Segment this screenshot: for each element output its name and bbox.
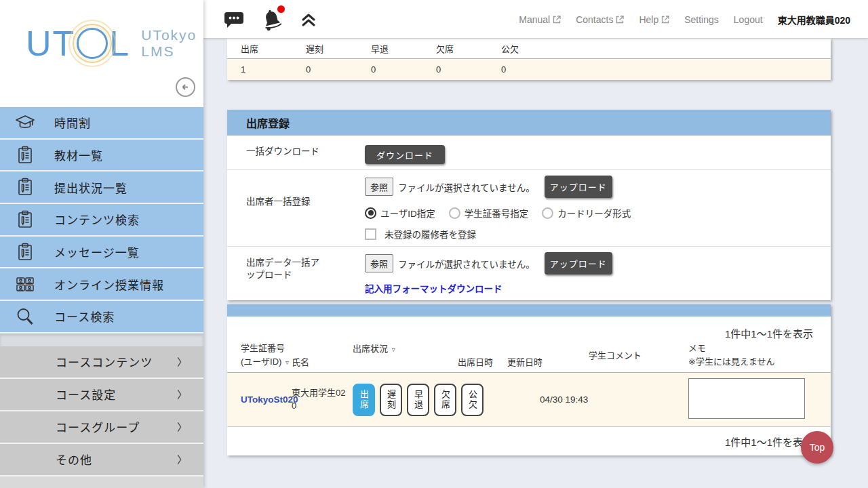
col-update-time: 更新日時 xyxy=(507,342,589,368)
sidebar-item-submissions[interactable]: 提出状況一覧 xyxy=(0,171,203,204)
sidebar-item-label: 提出状況一覧 xyxy=(54,179,127,196)
summary-val-late: 0 xyxy=(292,64,357,75)
chevron-right-icon: 〉 xyxy=(177,354,187,369)
topbar: Manual Contacts Help Settings Logout 東大用… xyxy=(203,0,868,39)
utol-logo: UT L UTokyo LMS xyxy=(26,26,197,61)
status-button-present[interactable]: 出席 xyxy=(353,384,375,416)
status-button-late[interactable]: 遅刻 xyxy=(380,384,402,416)
radio-card-reader-format[interactable] xyxy=(542,207,553,219)
sidebar-item-label: 時間割 xyxy=(54,114,91,131)
chevron-right-icon: 〉 xyxy=(177,387,187,401)
clipboard-icon xyxy=(14,208,37,231)
checkbox-register-unregistered[interactable] xyxy=(365,228,376,240)
summary-value-row: 1 0 0 0 0 xyxy=(227,59,831,80)
attendance-summary-table: 出席 遅刻 早退 欠席 公欠 1 0 0 0 0 xyxy=(227,39,831,80)
col-name: 氏名 xyxy=(292,342,353,368)
summary-col-early-leave: 早退 xyxy=(357,42,422,55)
students-attendance-panel: 1件中1〜1件を表示 学生証番号 (ユーザID) ▿ 氏名 出席状況 ▿ 出席日… xyxy=(227,304,831,455)
people-grid-icon xyxy=(14,272,37,296)
row-label: 一括ダウンロード xyxy=(227,136,365,169)
logo-sub-lms: LMS xyxy=(141,43,197,60)
clipboard-icon xyxy=(14,144,37,167)
browse-file-button[interactable]: 参照 xyxy=(365,254,393,272)
sidebar-item-online-class[interactable]: オンライン授業情報 xyxy=(0,268,203,301)
summary-col-absent: 欠席 xyxy=(422,42,488,55)
sidebar-item-messages[interactable]: メッセージ一覧 xyxy=(0,237,203,269)
col-student-id[interactable]: 学生証番号 (ユーザID) ▿ xyxy=(227,342,292,368)
panel-title: 出席登録 xyxy=(227,110,831,136)
student-id-link[interactable]: UTokyoSt020 xyxy=(241,394,298,405)
sidebar: UT L UTokyo LMS 時間割 教材一覧 xyxy=(0,0,203,488)
chevron-right-icon: 〉 xyxy=(177,420,187,434)
attendee-bulk-register-row: 出席者一括登録 参照 ファイルが選択されていません。 アップロード ユーザID指… xyxy=(227,170,831,247)
sidebar-item-timetable[interactable]: 時間割 xyxy=(0,107,203,140)
sidebar-item-label: オンライン授業情報 xyxy=(54,276,164,293)
notifications-bell-icon[interactable] xyxy=(260,8,283,31)
col-memo: メモ ※学生には見えません xyxy=(688,342,831,368)
col-attendance-time: 出席日時 xyxy=(458,342,507,368)
main-content: 出席 遅刻 早退 欠席 公欠 1 0 0 0 0 出席登録 一括ダウンロード ダ… xyxy=(203,39,868,488)
logo-area: UT L UTokyo LMS xyxy=(0,0,203,107)
username: 東大用教職員020 xyxy=(778,13,850,26)
update-time-cell: 04/30 19:43 xyxy=(507,394,589,405)
logo-text-ut: UT xyxy=(26,26,75,61)
summary-header-row: 出席 遅刻 早退 欠席 公欠 xyxy=(227,39,831,59)
external-link-icon xyxy=(661,16,669,24)
sidebar-item-others[interactable]: その他 〉 xyxy=(0,444,203,476)
sidebar-item-content-search[interactable]: コンテンツ検索 xyxy=(0,204,203,237)
format-download-link[interactable]: 記入用フォーマットダウンロード xyxy=(365,281,502,295)
col-attendance-status[interactable]: 出席状況 ▿ xyxy=(353,342,458,354)
summary-val-excused: 0 xyxy=(488,64,553,75)
no-file-selected-text: ファイルが選択されていません。 xyxy=(398,180,535,194)
upload-button[interactable]: アップロード xyxy=(545,252,612,274)
sidebar-item-course-search[interactable]: コース検索 xyxy=(0,301,203,333)
row-label: 出席者一括登録 xyxy=(227,170,365,246)
sidebar-item-course-contents[interactable]: コースコンテンツ 〉 xyxy=(0,346,203,379)
sidebar-main-menu: 時間割 教材一覧 提出状況一覧 コンテンツ検索 メッセージ一覧 xyxy=(0,107,203,333)
clipboard-icon xyxy=(14,241,37,264)
submenu-item-label: その他 xyxy=(56,451,92,468)
sidebar-item-course-settings[interactable]: コース設定 〉 xyxy=(0,379,203,411)
collapse-header-icon[interactable] xyxy=(300,11,317,28)
scroll-to-top-button[interactable]: Top xyxy=(801,431,833,464)
browse-file-button[interactable]: 参照 xyxy=(365,178,393,196)
sidebar-item-label: コース検索 xyxy=(54,308,115,325)
sidebar-item-materials[interactable]: 教材一覧 xyxy=(0,140,203,172)
submenu-item-label: コース設定 xyxy=(56,386,116,403)
bulk-download-row: 一括ダウンロード ダウンロード xyxy=(227,136,831,170)
chevron-right-icon: 〉 xyxy=(177,452,187,466)
logo-sub-utokyo: UTokyo xyxy=(141,27,197,43)
sidebar-sub-menu: コースコンテンツ 〉 コース設定 〉 コースグループ 〉 その他 〉 xyxy=(0,346,203,476)
sidebar-item-course-group[interactable]: コースグループ 〉 xyxy=(0,411,203,444)
status-button-early-leave[interactable]: 早退 xyxy=(407,384,429,416)
contacts-link[interactable]: Contacts xyxy=(576,14,624,25)
student-name: 東大用学生020 xyxy=(292,387,347,411)
status-button-absent[interactable]: 欠席 xyxy=(434,384,456,416)
external-link-icon xyxy=(616,16,624,24)
memo-input[interactable] xyxy=(688,378,805,419)
logout-link[interactable]: Logout xyxy=(734,14,763,25)
status-button-excused[interactable]: 公欠 xyxy=(461,384,484,416)
download-button[interactable]: ダウンロード xyxy=(365,145,445,164)
logo-o-rings xyxy=(77,28,108,59)
summary-col-present: 出席 xyxy=(227,42,292,55)
arrow-left-icon xyxy=(180,82,191,92)
radio-user-id[interactable] xyxy=(365,207,376,219)
upload-button[interactable]: アップロード xyxy=(545,176,612,198)
sort-icon: ▿ xyxy=(285,359,289,366)
sidebar-gap xyxy=(0,333,203,346)
manual-link[interactable]: Manual xyxy=(519,14,561,25)
summary-val-absent: 0 xyxy=(422,64,488,75)
panel-header-strip xyxy=(227,304,831,317)
attendance-registration-panel: 出席登録 一括ダウンロード ダウンロード 出席者一括登録 参照 ファイルが選択さ… xyxy=(227,110,831,300)
radio-student-card-number[interactable] xyxy=(449,207,460,219)
help-link[interactable]: Help xyxy=(639,14,669,25)
student-row: UTokyoSt020 東大用学生020 出席 遅刻 早退 欠席 公欠 04/3… xyxy=(227,373,831,427)
magnifier-icon xyxy=(14,305,37,328)
messages-icon[interactable] xyxy=(224,10,244,29)
summary-col-excused: 公欠 xyxy=(488,42,553,55)
settings-link[interactable]: Settings xyxy=(684,14,719,25)
students-header-row: 学生証番号 (ユーザID) ▿ 氏名 出席状況 ▿ 出席日時 更新日時 学生コメ… xyxy=(227,340,831,373)
sidebar-collapse-button[interactable] xyxy=(176,77,195,97)
no-file-selected-text: ファイルが選択されていません。 xyxy=(398,257,535,270)
